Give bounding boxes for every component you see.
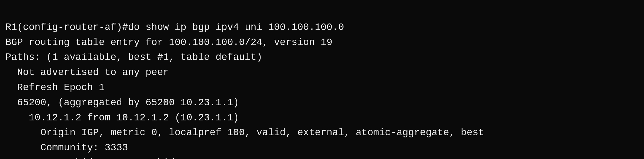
line4: Not advertised to any peer (5, 65, 639, 80)
line2: BGP routing table entry for 100.100.100.… (5, 35, 639, 50)
line5: Refresh Epoch 1 (5, 80, 639, 95)
line8: Origin IGP, metric 0, localpref 100, val… (5, 125, 639, 140)
line1: R1(config-router-af)#do show ip bgp ipv4… (5, 20, 639, 35)
line3: Paths: (1 available, best #1, table defa… (5, 50, 639, 65)
terminal-window[interactable]: R1(config-router-af)#do show ip bgp ipv4… (0, 0, 644, 159)
line6: 65200, (aggregated by 65200 10.23.1.1) (5, 95, 639, 110)
line10: rx pathid: 0, tx pathid: 0x0 (5, 155, 639, 159)
line9: Community: 3333 (5, 140, 639, 155)
line7: 10.12.1.2 from 10.12.1.2 (10.23.1.1) (5, 110, 639, 126)
